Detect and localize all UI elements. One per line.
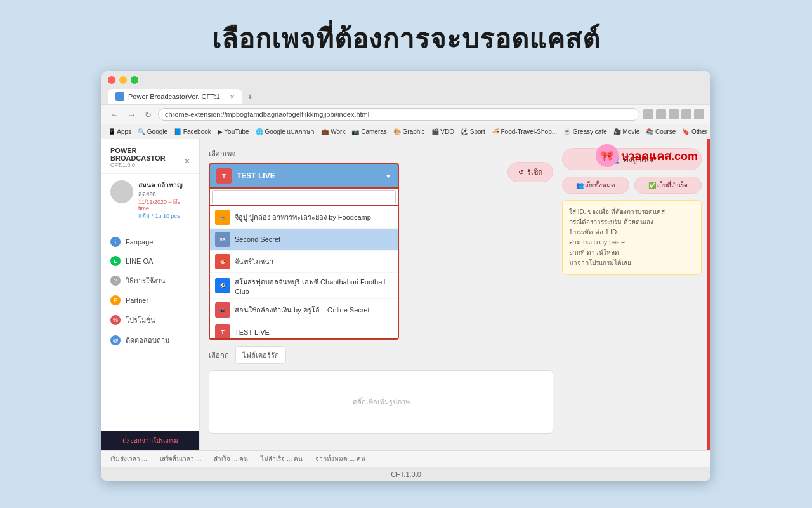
add-image-area[interactable]: คลิ๊กเพื่อเพิ่มรูปภาพ	[209, 370, 553, 434]
sidebar-item-contact[interactable]: @ ติดต่อสอบถาม	[102, 330, 199, 351]
bookmark-cameras[interactable]: 📷 Cameras	[351, 128, 386, 135]
bookmark-course[interactable]: 📚 Course	[646, 128, 676, 135]
browser-action-1[interactable]	[643, 109, 653, 119]
bookmark-sport[interactable]: ⚽ Sport	[461, 128, 485, 135]
sidebar-item-lineoa[interactable]: L LINE OA	[102, 251, 199, 271]
sidebar-footer[interactable]: ⏻ ออกจากโปรแกรม	[102, 431, 199, 450]
bookmark-apps[interactable]: 📱 Apps	[108, 128, 131, 135]
bookmark-facebook[interactable]: 📘 Facebook	[174, 128, 211, 135]
sidebar-version: CFT.1.0.0	[110, 162, 190, 168]
app-footer: CFT.1.0.0	[102, 467, 710, 481]
item-thumb-t: T	[215, 324, 230, 340]
end-time: เสร็จสิ้นเวลา ...	[160, 454, 201, 464]
browser-action-2[interactable]	[656, 109, 666, 119]
item-label: Second Secret	[235, 236, 280, 243]
address-input[interactable]	[158, 108, 639, 121]
howto-label: วิธีการใช้งาน	[126, 275, 166, 286]
item-label: สอนใช้กล้องทำเงิน by ครูโอ้ – Online Sec…	[235, 304, 370, 316]
bookmark-translate[interactable]: 🌐 Google แปลภาษา	[256, 127, 315, 137]
failed-count: ไม่สำเร็จ ... คน	[261, 454, 303, 464]
tab-label: Power BroadcastorVer. CFT:1...	[128, 93, 226, 100]
user-avatar	[110, 180, 133, 203]
filter-button[interactable]: ไฟล์เดอร์รัก	[235, 346, 286, 364]
browser-action-5[interactable]	[694, 109, 704, 119]
item-label: จีอูปู ปูกล่อง อาหารทะเลระยอง by Foodcam…	[235, 211, 371, 223]
save-all-icon: 👥	[576, 182, 584, 189]
bookmark-graphic[interactable]: 🎨 Graphic	[393, 128, 425, 135]
forward-button[interactable]: →	[125, 109, 138, 121]
new-tab-button[interactable]: +	[242, 89, 258, 104]
browser-tab[interactable]: Power BroadcastorVer. CFT:1... ✕	[108, 89, 242, 104]
right-panel: 👤 ดึงลูกเพจ 👥 เก็บทั้งหมด ✅ เก็บที่สำเร็…	[562, 148, 702, 275]
start-time: เริ่มส่งเวลา ...	[110, 454, 147, 464]
list-item[interactable]: ⚽ สโมสรฟุตบอลจันทบุรี เอฟซี Chanthaburi …	[210, 273, 398, 299]
sidebar-item-howto[interactable]: ? วิธีการใช้งาน	[102, 271, 199, 291]
howto-icon: ?	[110, 276, 121, 286]
back-button[interactable]: ←	[108, 109, 121, 121]
selected-text: TEST LIVE	[237, 171, 380, 180]
bookmark-food[interactable]: 🍜 Food-Travel-Shop...	[492, 128, 557, 135]
user-package: แต้ม * 1u 10 pcs	[138, 211, 190, 220]
traffic-light-yellow[interactable]	[119, 76, 127, 84]
bookmark-google[interactable]: 🔍 Google	[138, 128, 167, 135]
browser-chrome: Power BroadcastorVer. CFT:1... ✕ +	[102, 71, 710, 104]
dropdown-search-input[interactable]	[212, 190, 396, 203]
traffic-light-green[interactable]	[131, 76, 138, 84]
sidebar-item-promo[interactable]: % โปรโมชั่น	[102, 310, 199, 330]
reload-button[interactable]: ↻	[142, 109, 154, 121]
bookmark-work[interactable]: 💼 Work	[321, 128, 345, 135]
dropdown-list: 🐟 จีอูปู ปูกล่อง อาหารทะเลระยอง by Foodc…	[209, 206, 399, 340]
bookmark-other[interactable]: 🔖 Other	[682, 128, 707, 135]
logo-avatar: 🎀	[596, 144, 619, 167]
sidebar-close-button[interactable]: ✕	[184, 157, 190, 166]
add-image-label: คลิ๊กเพื่อเพิ่มรูปภาพ	[353, 396, 410, 408]
success-count: สำเร็จ ... คน	[214, 454, 248, 464]
save-done-icon: ✅	[648, 182, 656, 189]
info-icon: i	[110, 237, 121, 247]
bookmark-youtube[interactable]: ▶ YouTube	[218, 128, 249, 135]
list-item[interactable]: SS Second Secret	[210, 229, 398, 251]
fanpage-label: Fanpage	[126, 238, 153, 246]
reset-label: รีเซ็ต	[527, 166, 542, 178]
bookmark-movie[interactable]: 🎥 Movie	[613, 128, 639, 135]
status-bar: เริ่มส่งเวลา ... เสร็จสิ้นเวลา ... สำเร็…	[102, 450, 710, 467]
dropdown-selected[interactable]: T TEST LIVE ▼	[209, 163, 399, 189]
sidebar-header: POWER BROADCASTOR CFT.1.0.0 ✕	[102, 139, 199, 174]
contact-icon: @	[110, 335, 121, 345]
power-icon: ⏻	[122, 437, 129, 444]
reset-button[interactable]: ↺ รีเซ็ต	[508, 162, 553, 182]
bookmark-cafe[interactable]: ☕ Greasy cafe	[563, 128, 607, 135]
item-thumb-food: 🐟	[215, 210, 230, 225]
sidebar-item-fanpage[interactable]: i Fanpage	[102, 232, 199, 251]
list-item[interactable]: 🍜 จันทร์โภชนา	[210, 251, 398, 273]
item-thumb-fb: ⚽	[215, 278, 230, 293]
bookmark-vdo[interactable]: 🎬 VDO	[431, 128, 454, 135]
total-count: จากทั้งหมด ... คน	[315, 454, 365, 464]
list-item[interactable]: 📷 สอนใช้กล้องทำเงิน by ครูโอ้ – Online S…	[210, 299, 398, 321]
list-item[interactable]: 🐟 จีอูปู ปูกล่อง อาหารทะเลระยอง by Foodc…	[210, 206, 398, 229]
save-done-button[interactable]: ✅ เก็บที่สำเร็จ	[634, 177, 702, 194]
save-all-button[interactable]: 👥 เก็บทั้งหมด	[562, 177, 629, 194]
info-text: ใส่ ID. ของเพื่อ ที่ต้องการบรอดแคสกรณีต้…	[569, 208, 665, 266]
item-thumb-food2: 🍜	[215, 254, 230, 269]
main-content: เลือกเพจ T TEST LIVE ▼	[200, 139, 710, 450]
lineoa-label: LINE OA	[126, 257, 153, 265]
top-logo: 🎀 บวอดแคส.com	[596, 144, 698, 167]
item-thumb-teach: 📷	[215, 302, 230, 318]
select-label: เลือกก	[209, 349, 229, 361]
browser-window: Power BroadcastorVer. CFT:1... ✕ + ← → ↻…	[102, 71, 710, 481]
browser-action-3[interactable]	[669, 109, 679, 119]
tab-favicon	[115, 92, 124, 101]
browser-action-4[interactable]	[681, 109, 691, 119]
item-label: จันทร์โภชนา	[235, 256, 273, 267]
tab-close-icon[interactable]: ✕	[230, 93, 235, 100]
sidebar: POWER BROADCASTOR CFT.1.0.0 ✕ สมนต กล้าห…	[102, 139, 200, 450]
promo-label: โปรโมชั่น	[126, 314, 155, 326]
sidebar-title: POWER BROADCASTOR	[110, 147, 190, 162]
traffic-light-red[interactable]	[108, 76, 115, 84]
user-role: สุดยอด	[138, 190, 190, 199]
list-item[interactable]: T TEST LIVE	[210, 321, 398, 340]
sidebar-item-partner[interactable]: P Partner	[102, 291, 199, 310]
item-label: TEST LIVE	[235, 328, 270, 336]
select-page-label: เลือกเพจ	[209, 148, 501, 159]
